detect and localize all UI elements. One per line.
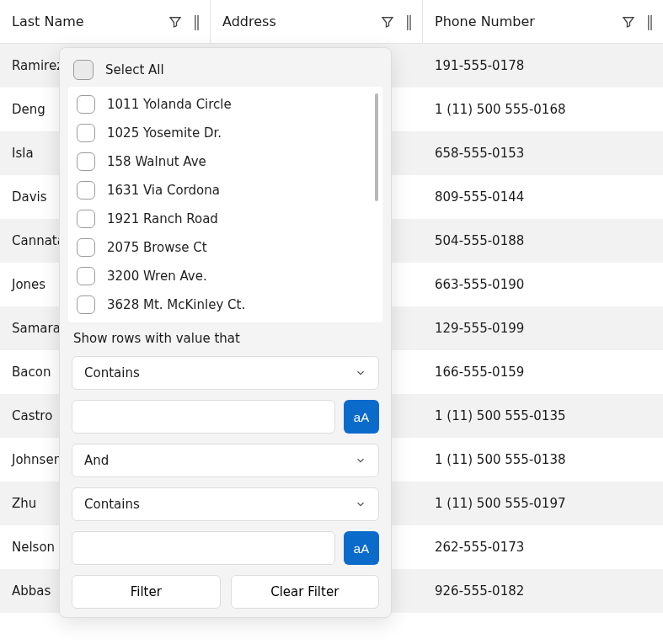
filter-buttons-row: Filter Clear Filter <box>72 575 379 609</box>
cell-phone: 658-555-0153 <box>423 146 663 161</box>
column-header-icons: || <box>380 13 410 30</box>
filter-section-label: Show rows with value that <box>73 331 379 346</box>
column-header-address[interactable]: Address || <box>211 0 423 43</box>
filter-icon[interactable] <box>168 14 183 29</box>
option-label: 3628 Mt. McKinley Ct. <box>107 297 245 312</box>
option-checkbox[interactable] <box>77 124 95 142</box>
filter-option-item[interactable]: 158 Walnut Ave <box>72 149 364 174</box>
option-label: 1025 Yosemite Dr. <box>107 125 222 141</box>
filter-option-item[interactable]: 4055 Leonard Ct. <box>72 321 364 322</box>
option-label: 1921 Ranch Road <box>107 211 218 226</box>
filter-button[interactable]: Filter <box>72 575 221 609</box>
dropdown-value: Contains <box>84 497 140 512</box>
column-header-icons: || <box>621 13 651 30</box>
case-toggle-label: aA <box>354 541 369 556</box>
filter-option-item[interactable]: 3628 Mt. McKinley Ct. <box>72 292 364 317</box>
cell-phone: 504-555-0188 <box>423 233 663 248</box>
filter-option-item[interactable]: 2075 Browse Ct <box>72 235 364 260</box>
option-checkbox[interactable] <box>77 267 95 285</box>
column-label: Address <box>222 13 276 29</box>
option-label: 3200 Wren Ave. <box>107 269 207 284</box>
filter-options-list: 1011 Yolanda Circle1025 Yosemite Dr.158 … <box>68 87 382 322</box>
column-resizer-icon[interactable]: || <box>405 13 410 30</box>
case-toggle-label: aA <box>354 410 369 424</box>
value1-input[interactable] <box>72 400 335 434</box>
operator2-dropdown[interactable]: Contains <box>72 487 379 521</box>
logic-dropdown[interactable]: And <box>72 444 379 477</box>
cell-phone: 1 (11) 500 555-0197 <box>423 496 663 511</box>
case-sensitive-toggle[interactable]: aA <box>344 531 379 565</box>
select-all-label: Select All <box>105 62 164 77</box>
filter-icon[interactable] <box>621 14 636 29</box>
select-all-checkbox[interactable] <box>73 60 94 80</box>
chevron-down-icon <box>355 498 366 510</box>
value1-row: aA <box>72 400 379 434</box>
option-checkbox[interactable] <box>77 295 95 314</box>
chevron-down-icon <box>355 455 366 466</box>
case-sensitive-toggle[interactable]: aA <box>344 400 379 434</box>
cell-phone: 191-555-0178 <box>423 58 663 73</box>
cell-phone: 166-555-0159 <box>423 365 663 380</box>
clear-filter-button[interactable]: Clear Filter <box>231 575 380 609</box>
option-checkbox[interactable] <box>77 181 95 200</box>
select-all-row[interactable]: Select All <box>68 56 382 87</box>
filter-option-item[interactable]: 1921 Ranch Road <box>72 206 364 232</box>
cell-phone: 262-555-0173 <box>423 540 663 555</box>
dropdown-value: And <box>84 453 109 468</box>
dropdown-value: Contains <box>84 365 140 381</box>
option-checkbox[interactable] <box>77 238 95 257</box>
option-label: 2075 Browse Ct <box>107 240 207 255</box>
column-resizer-icon[interactable]: || <box>193 13 198 30</box>
column-resizer-icon[interactable]: || <box>646 13 651 30</box>
option-label: 158 Walnut Ave <box>107 154 206 169</box>
value2-row: aA <box>72 531 379 565</box>
filter-conditions-section: Show rows with value that Contains aA An… <box>68 322 382 609</box>
column-label: Last Name <box>12 13 84 29</box>
filter-popup: Select All 1011 Yolanda Circle1025 Yosem… <box>59 47 392 618</box>
cell-phone: 1 (11) 500 555-0135 <box>423 408 663 423</box>
column-label: Phone Number <box>435 13 535 29</box>
column-header-phone[interactable]: Phone Number || <box>423 0 663 43</box>
column-header-icons: || <box>168 13 198 30</box>
cell-phone: 809-555-0144 <box>423 189 663 205</box>
cell-phone: 129-555-0199 <box>423 321 663 336</box>
option-label: 1631 Via Cordona <box>107 183 220 198</box>
option-checkbox[interactable] <box>77 210 95 228</box>
chevron-down-icon <box>355 367 366 379</box>
scrollbar-thumb[interactable] <box>375 93 378 201</box>
cell-phone: 926-555-0182 <box>423 583 663 599</box>
filter-option-item[interactable]: 3200 Wren Ave. <box>72 263 364 289</box>
option-checkbox[interactable] <box>77 95 95 114</box>
filter-option-item[interactable]: 1631 Via Cordona <box>72 178 364 203</box>
filter-option-item[interactable]: 1025 Yosemite Dr. <box>72 120 364 146</box>
cell-phone: 1 (11) 500 555-0168 <box>423 102 663 117</box>
cell-phone: 663-555-0190 <box>423 277 663 292</box>
filter-icon[interactable] <box>380 14 395 29</box>
option-checkbox[interactable] <box>77 152 95 171</box>
table-header: Last Name || Address || Phone Number || <box>0 0 663 44</box>
operator1-dropdown[interactable]: Contains <box>72 356 379 390</box>
filter-option-item[interactable]: 1011 Yolanda Circle <box>72 92 364 117</box>
cell-phone: 1 (11) 500 555-0138 <box>423 452 663 467</box>
value2-input[interactable] <box>72 531 335 565</box>
option-label: 1011 Yolanda Circle <box>107 97 232 112</box>
column-header-last-name[interactable]: Last Name || <box>0 0 211 43</box>
